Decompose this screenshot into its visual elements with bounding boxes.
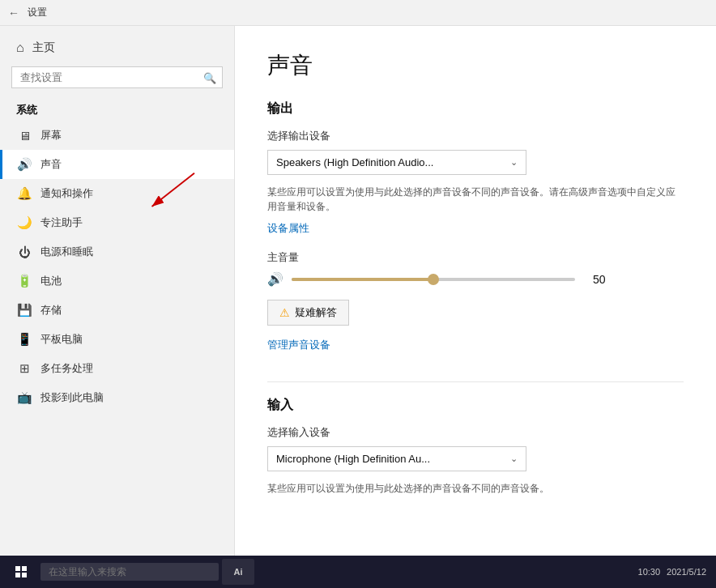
screen-icon: 🖥 [16,129,32,143]
sidebar-section-label: 系统 [0,98,234,121]
taskbar-app-ai[interactable]: Ai [222,559,254,585]
sidebar-item-label: 通知和操作 [40,186,93,201]
slider-fill [292,278,433,281]
search-input[interactable] [11,66,223,88]
sidebar-item-label: 专注助手 [40,215,83,230]
section-divider [267,381,684,382]
power-icon: ⏻ [16,245,32,259]
chevron-down-icon: ⌄ [510,157,518,168]
sidebar-item-multitask[interactable]: ⊞ 多任务处理 [0,354,234,383]
home-icon: ⌂ [16,40,24,55]
content-area: ⌂ 主页 🔍 系统 🖥 屏幕 🔊 声音 🔔 通知和操作 [0,26,716,556]
window: ← 设置 ⌂ 主页 🔍 系统 🖥 屏幕 🔊 声音 [0,0,716,588]
chevron-down-icon: ⌄ [510,454,518,464]
focus-icon: 🌙 [16,215,32,230]
output-section: 输出 选择输出设备 Speakers (High Definition Audi… [267,100,684,367]
search-icon: 🔍 [203,71,216,83]
sound-icon: 🔊 [16,157,32,172]
volume-slider[interactable] [292,278,575,281]
sidebar-item-label: 平板电脑 [40,332,83,347]
output-device-dropdown[interactable]: Speakers (High Definition Audio... ⌄ [267,150,526,175]
output-desc-text: 某些应用可以设置为使用与此处选择的声音设备不同的声音设备。请在高级声音选项中自定… [267,185,684,214]
warning-icon: ⚠ [279,306,290,319]
sidebar-home-label: 主页 [32,40,55,55]
sidebar-item-battery[interactable]: 🔋 电池 [0,266,234,296]
slider-thumb[interactable] [428,274,439,285]
troubleshoot-button[interactable]: ⚠ 疑难解答 [267,300,349,326]
sidebar-item-home[interactable]: ⌂ 主页 [0,34,234,62]
search-box: 🔍 [11,66,223,88]
input-desc-text: 某些应用可以设置为使用与此处选择的声音设备不同的声音设备。 [267,481,684,496]
battery-icon: 🔋 [16,274,32,288]
output-device-label: 选择输出设备 [267,129,684,143]
sidebar-item-screen[interactable]: 🖥 屏幕 [0,121,234,150]
sidebar-item-label: 屏幕 [40,128,62,143]
volume-value: 50 [593,273,617,286]
sidebar: ⌂ 主页 🔍 系统 🖥 屏幕 🔊 声音 🔔 通知和操作 [0,26,235,556]
start-button[interactable] [5,559,37,585]
taskbar-date: 2021/5/12 [667,567,706,577]
input-device-value: Microphone (High Definition Au... [276,453,430,465]
sidebar-item-label: 电池 [40,274,62,288]
sidebar-item-sound[interactable]: 🔊 声音 [0,150,234,179]
windows-logo-icon [15,566,27,577]
back-button[interactable]: ← [8,6,19,19]
notification-icon: 🔔 [16,186,32,201]
taskbar: Ai 10:30 2021/5/12 [0,556,716,588]
input-device-label: 选择输入设备 [267,425,684,440]
troubleshoot-label: 疑难解答 [295,305,337,320]
taskbar-right: 10:30 2021/5/12 [638,567,711,577]
title-bar-text: 设置 [28,6,47,19]
input-section-title: 输入 [267,397,684,414]
projecting-icon: 📺 [16,390,32,405]
output-section-title: 输出 [267,100,684,117]
output-device-value: Speakers (High Definition Audio... [276,156,433,168]
main-content: 声音 输出 选择输出设备 Speakers (High Definition A… [235,26,716,556]
sidebar-item-projecting[interactable]: 📺 投影到此电脑 [0,383,234,412]
sidebar-item-label: 声音 [40,157,62,172]
sidebar-item-label: 多任务处理 [40,361,93,376]
tablet-icon: 📱 [16,332,32,347]
input-section: 输入 选择输入设备 Microphone (High Definition Au… [267,397,684,496]
page-title: 声音 [267,50,684,81]
sidebar-item-notification[interactable]: 🔔 通知和操作 [0,179,234,208]
storage-icon: 💾 [16,303,32,317]
title-bar: ← 设置 [0,0,716,26]
sidebar-item-storage[interactable]: 💾 存储 [0,296,234,325]
device-props-link[interactable]: 设备属性 [267,221,309,236]
manage-devices-link[interactable]: 管理声音设备 [267,338,330,352]
volume-row: 🔊 50 [267,271,684,287]
sidebar-item-label: 存储 [40,303,62,317]
sidebar-item-tablet[interactable]: 📱 平板电脑 [0,325,234,354]
taskbar-search-input[interactable] [40,563,219,581]
sidebar-item-label: 投影到此电脑 [40,390,104,405]
input-device-dropdown[interactable]: Microphone (High Definition Au... ⌄ [267,446,526,471]
sidebar-item-power[interactable]: ⏻ 电源和睡眠 [0,237,234,266]
sidebar-item-focus[interactable]: 🌙 专注助手 [0,208,234,237]
volume-icon: 🔊 [267,271,283,287]
volume-label: 主音量 [267,250,684,265]
taskbar-time: 10:30 [638,567,661,577]
multitask-icon: ⊞ [16,361,32,376]
sidebar-item-label: 电源和睡眠 [40,245,93,259]
